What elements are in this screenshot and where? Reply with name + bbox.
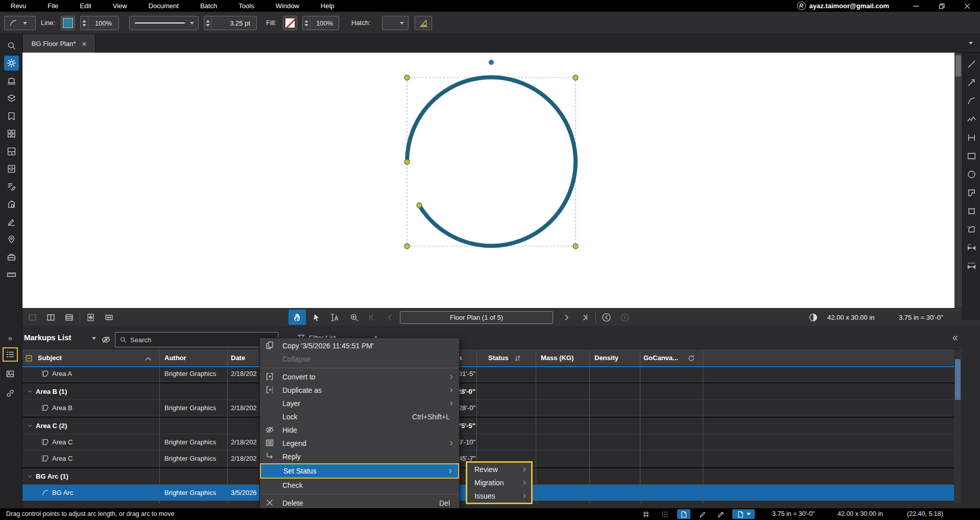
menu-view[interactable]: View (102, 0, 138, 12)
tool-measure-volume-button[interactable] (963, 257, 980, 275)
panel-tab-sets[interactable] (3, 367, 18, 381)
menu-item-set-status[interactable]: Set Status (260, 463, 459, 479)
stepper-arrows-icon[interactable] (303, 16, 310, 30)
snap-grid-icon[interactable] (658, 509, 672, 519)
menu-file[interactable]: File (37, 0, 69, 12)
fit-width-icon[interactable] (102, 311, 115, 324)
tool-arrow-button[interactable] (963, 73, 980, 91)
sidebar-studio-button[interactable] (0, 196, 22, 214)
menu-item-check[interactable]: Check (260, 479, 459, 492)
document-canvas[interactable] (22, 53, 954, 308)
sidebar-calibrate-button[interactable] (0, 266, 22, 284)
table-row-area-b-1[interactable]: Area B (1)28'-0" (22, 384, 954, 400)
tool-polyline-button[interactable] (963, 110, 980, 128)
tool-line-button[interactable] (963, 55, 980, 73)
menu-item-legend[interactable]: Legend (260, 437, 459, 450)
split-horizontal-icon[interactable] (62, 311, 76, 324)
column-status[interactable]: Status (488, 354, 509, 362)
rotate-handle[interactable] (489, 60, 494, 65)
tool-dimension-button[interactable] (963, 128, 980, 147)
menu-item-copy-3-5-2026-11-45-51-pm[interactable]: Copy '3/5/2026 11:45:51 PM' (260, 339, 459, 352)
sidebar-pages-button[interactable] (0, 72, 22, 90)
column-author[interactable]: Author (164, 354, 186, 362)
split-vertical-icon[interactable] (44, 311, 57, 324)
sidebar-tool-chest-button[interactable] (0, 248, 22, 266)
canvas-scrollbar[interactable] (954, 53, 962, 308)
tool-measure-perimeter-button[interactable] (963, 220, 980, 239)
menu-document[interactable]: Document (138, 0, 189, 12)
close-button[interactable] (954, 0, 980, 12)
line-width-stepper[interactable]: 3.25 pt (204, 16, 257, 30)
collapse-all-icon[interactable] (25, 354, 33, 362)
stepper-arrows-icon[interactable] (81, 16, 88, 30)
submenu-item-migration[interactable]: Migration (467, 476, 531, 489)
tool-ellipse-button[interactable] (963, 165, 980, 183)
tool-arc-button[interactable] (963, 91, 980, 110)
submenu-item-review[interactable]: Review (467, 463, 531, 476)
last-page-icon[interactable] (578, 311, 591, 324)
sidebar-markup-summary-button[interactable] (0, 178, 22, 196)
sidebar-layers-button[interactable] (0, 90, 22, 108)
sidebar-search-button[interactable] (0, 37, 22, 55)
menu-item-reply[interactable]: Reply (260, 450, 459, 463)
panel-tab-links[interactable] (3, 386, 18, 400)
sidebar-file-access-button[interactable] (0, 160, 22, 178)
sidebar-thumbnails-button[interactable] (0, 125, 22, 143)
tool-measure-length-button[interactable] (963, 239, 980, 257)
menu-edit[interactable]: Edit (69, 0, 102, 12)
tool-style-dropdown[interactable] (4, 16, 36, 30)
sidebar-places-button[interactable] (0, 231, 22, 249)
document-mode-icon[interactable] (732, 509, 755, 519)
table-row-area-c[interactable]: Area CBrighter Graphics2/18/2029'-10" (22, 434, 954, 451)
table-scroll-thumb[interactable] (955, 359, 961, 400)
menu-help[interactable]: Help (310, 0, 345, 12)
sidebar-spaces-button[interactable] (0, 143, 22, 160)
menu-revu[interactable]: Revu (0, 0, 37, 12)
column-date[interactable]: Date (231, 354, 245, 362)
panel-title-chevron-icon[interactable] (92, 337, 96, 340)
status-filter-icon[interactable] (514, 354, 521, 362)
fit-page-icon[interactable] (84, 311, 97, 324)
line-color-button[interactable] (61, 16, 75, 30)
stepper-arrows-icon[interactable] (204, 16, 212, 30)
brush-icon[interactable] (714, 509, 728, 519)
single-pane-icon[interactable] (26, 311, 39, 324)
fill-opacity-stepper[interactable]: 100% (302, 16, 339, 30)
sidebar-properties-button[interactable] (0, 55, 22, 73)
markup-mode-icon[interactable] (677, 509, 690, 519)
hide-markups-icon[interactable] (101, 335, 111, 344)
table-scrollbar[interactable] (954, 350, 962, 503)
first-page-icon[interactable] (365, 311, 378, 324)
table-row-area-c-2[interactable]: Area C (2)75'-5" (22, 418, 954, 434)
menu-window[interactable]: Window (265, 0, 310, 12)
sidebar-bookmarks-button[interactable] (0, 107, 22, 125)
page-label-box[interactable]: Floor Plan (1 of 5) (400, 311, 553, 324)
select-text-icon[interactable] (328, 311, 341, 324)
menu-item-hide[interactable]: Hide (260, 423, 459, 437)
line-style-dropdown[interactable] (129, 16, 199, 30)
contrast-icon[interactable] (806, 311, 820, 324)
column-mass[interactable]: Mass (KG) (541, 354, 573, 362)
panel-tab-markups-list[interactable] (3, 347, 18, 362)
sort-indicator-icon[interactable] (145, 356, 151, 361)
menu-batch[interactable]: Batch (189, 0, 228, 12)
menu-item-lock[interactable]: LockCtrl+Shift+L (260, 410, 459, 423)
menu-item-duplicate-as[interactable]: Duplicate as (260, 384, 459, 397)
tool-measure-area-button[interactable] (963, 202, 980, 220)
search-input[interactable] (130, 336, 258, 344)
sidebar-signature-button[interactable] (0, 213, 22, 231)
tab-list-chevron-icon[interactable] (969, 42, 973, 44)
next-page-icon[interactable] (560, 311, 573, 324)
menu-tools[interactable]: Tools (228, 0, 265, 12)
zoom-tool-icon[interactable] (347, 311, 361, 324)
tab-bg-floor-plan[interactable]: BG Floor Plan* × (23, 34, 95, 53)
table-row-area-b[interactable]: Area BBrighter Graphics2/18/20228'-0" (22, 400, 954, 416)
fill-color-button[interactable] (283, 16, 297, 30)
pan-tool-button[interactable] (289, 310, 306, 325)
close-tab-icon[interactable]: × (82, 39, 86, 48)
table-row-area-a[interactable]: Area ABrighter Graphics2/18/20231'-5" (22, 366, 954, 382)
search-box[interactable] (115, 332, 278, 347)
column-density[interactable]: Density (594, 354, 618, 362)
next-view-icon[interactable] (618, 311, 631, 324)
angle-measure-button[interactable] (415, 16, 432, 30)
